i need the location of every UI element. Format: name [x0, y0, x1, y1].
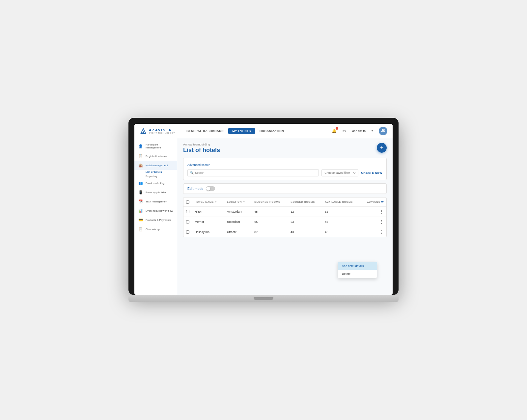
row1-actions-cell: ⋮: [361, 207, 386, 217]
select-all-header: [183, 197, 192, 207]
row2-actions-menu-button[interactable]: ⋮: [379, 219, 384, 224]
laptop-screen-outer: AZAVISTA EVENT TECHNOLOGY GENERAL DASHBO…: [128, 118, 399, 295]
page-subtitle: Annual teambuilding: [183, 143, 387, 146]
table-row: Holiday Inn Utrecht 87 43 45 ⋮: [183, 227, 386, 237]
svg-marker-1: [142, 131, 144, 133]
row3-checkbox-cell: [183, 227, 192, 237]
row1-booked-rooms: 12: [288, 207, 322, 217]
row2-actions-cell: ⋮: [361, 217, 386, 227]
row2-location: Roterdam: [224, 217, 252, 227]
logo-text: AZAVISTA EVENT TECHNOLOGY: [149, 128, 175, 134]
select-all-checkbox[interactable]: [186, 200, 189, 204]
edit-mode-toggle[interactable]: [206, 186, 215, 191]
available-rooms-header: AVAILABLE ROOMS: [322, 197, 361, 207]
add-hotel-button[interactable]: +: [377, 143, 387, 153]
messages-icon[interactable]: ✉: [341, 128, 347, 134]
logo-name: AZAVISTA: [149, 128, 175, 132]
user-name: John Smith: [351, 129, 366, 133]
nav-links: GENERAL DASHBOARD MY EVENTS ORGANIZATION: [182, 128, 331, 134]
nav-link-my-events[interactable]: MY EVENTS: [228, 128, 255, 134]
sidebar-sub-reporting[interactable]: Reporting: [134, 174, 177, 178]
row1-checkbox[interactable]: [186, 210, 189, 213]
row3-location: Utrecht: [224, 227, 252, 237]
table-edit-icon[interactable]: ✏: [381, 200, 384, 204]
row1-blocked-rooms: 45: [252, 207, 288, 217]
task-icon: 📅: [138, 199, 143, 204]
row2-checkbox[interactable]: [186, 220, 189, 223]
workflow-icon: 📊: [138, 208, 143, 213]
notifications-icon[interactable]: 🔔: [331, 128, 338, 134]
laptop-notch: [254, 297, 273, 300]
hotels-table: HOTEL NAME ▼ LOCATION ▼: [183, 197, 387, 237]
row3-actions-cell: ⋮: [361, 227, 386, 237]
registration-icon: 📋: [138, 154, 143, 158]
row2-checkbox-cell: [183, 217, 192, 227]
logo-area: AZAVISTA EVENT TECHNOLOGY: [140, 127, 182, 135]
sidebar-item-registration[interactable]: 📋 Registration forms: [134, 151, 177, 161]
row3-actions-menu-button[interactable]: ⋮: [379, 229, 384, 235]
nav-link-organization[interactable]: ORGANIZATION: [256, 128, 288, 134]
row2-hotel-name: Merriot: [192, 217, 224, 227]
sidebar-item-task[interactable]: 📅 Task management: [134, 197, 177, 206]
user-chevron-icon[interactable]: ▾: [369, 128, 375, 134]
context-menu-delete[interactable]: Delete: [338, 270, 377, 278]
sidebar-item-workflow-label: Event request workflow: [146, 209, 173, 212]
blocked-rooms-header: BLOCKED ROOMS: [252, 197, 288, 207]
hotel-name-sort-icon[interactable]: ▼: [215, 201, 217, 203]
content-area: Annual teambuilding List of hotels + Adv…: [177, 138, 393, 295]
table-row: Merriot Roterdam 65 23 45 ⋮: [183, 217, 386, 227]
sidebar: 👤 Participant management 📋 Registration …: [134, 138, 177, 295]
booked-rooms-header: BOOKED ROOMS: [288, 197, 322, 207]
row1-actions-menu-button[interactable]: ⋮: [379, 209, 384, 214]
azavista-logo-icon: [140, 127, 147, 135]
sidebar-item-email-label: Email marketing: [146, 182, 164, 185]
sidebar-sub-list-hotels[interactable]: List of hotels: [134, 170, 177, 174]
context-menu: See hotel details Delete: [338, 262, 377, 278]
search-input[interactable]: [187, 169, 319, 176]
create-new-button[interactable]: CREATE NEW: [361, 171, 382, 174]
row2-blocked-rooms: 65: [252, 217, 288, 227]
checkin-icon: 📋: [138, 227, 143, 231]
search-panel: Advanced search 🔍 Choose saved filter CR…: [183, 158, 387, 180]
sidebar-item-event-app[interactable]: 📱 Event app builder: [134, 188, 177, 197]
sidebar-item-email[interactable]: 👥 Email marketing: [134, 178, 177, 188]
table-header-row: HOTEL NAME ▼ LOCATION ▼: [183, 197, 386, 207]
advanced-search-link[interactable]: Advanced search: [187, 163, 210, 167]
sidebar-item-task-label: Task management: [146, 200, 167, 203]
sidebar-item-products-label: Products & Payments: [146, 219, 171, 222]
email-icon: 👥: [138, 181, 143, 185]
context-menu-see-details[interactable]: See hotel details: [338, 262, 377, 270]
sidebar-item-workflow[interactable]: 📊 Event request workflow: [134, 206, 177, 215]
sidebar-item-products[interactable]: 💳 Products & Payments: [134, 215, 177, 224]
row3-hotel-name: Holiday Inn: [192, 227, 224, 237]
hotels-table-element: HOTEL NAME ▼ LOCATION ▼: [183, 197, 386, 237]
edit-mode-bar: Edit mode: [183, 183, 387, 194]
laptop-base: [128, 295, 399, 302]
products-icon: 💳: [138, 218, 143, 222]
sidebar-item-participant-label: Participant management: [146, 143, 173, 149]
sidebar-item-hotel[interactable]: 🏨 Hotel management: [134, 161, 177, 170]
sidebar-item-checkin-label: Check-in app: [146, 228, 161, 231]
sidebar-item-participant[interactable]: 👤 Participant management: [134, 141, 177, 151]
table-row: Hilton Amsterdam 45 12 32 ⋮: [183, 207, 386, 217]
saved-filter-select[interactable]: Choose saved filter: [321, 169, 358, 176]
sidebar-item-checkin[interactable]: 📋 Check-in app: [134, 224, 177, 234]
hotel-icon: 🏨: [138, 163, 143, 168]
search-input-wrap: 🔍: [187, 169, 319, 176]
avatar: JS: [379, 127, 387, 135]
row3-checkbox[interactable]: [186, 230, 189, 234]
main-body: 👤 Participant management 📋 Registration …: [134, 138, 393, 295]
laptop-shell: AZAVISTA EVENT TECHNOLOGY GENERAL DASHBO…: [128, 118, 399, 302]
row1-checkbox-cell: [183, 207, 192, 217]
row3-blocked-rooms: 87: [252, 227, 288, 237]
top-nav: AZAVISTA EVENT TECHNOLOGY GENERAL DASHBO…: [134, 124, 393, 138]
sidebar-item-hotel-label: Hotel management: [146, 164, 168, 167]
logo-sub: EVENT TECHNOLOGY: [149, 132, 175, 134]
laptop-screen-inner: AZAVISTA EVENT TECHNOLOGY GENERAL DASHBO…: [134, 124, 393, 295]
nav-right: 🔔 ✉ John Smith ▾ JS: [331, 127, 387, 135]
sidebar-item-registration-label: Registration forms: [146, 155, 167, 158]
search-icon: 🔍: [190, 171, 194, 174]
location-sort-icon[interactable]: ▼: [243, 201, 245, 203]
nav-link-dashboard[interactable]: GENERAL DASHBOARD: [182, 128, 228, 134]
notification-badge: [336, 127, 338, 130]
